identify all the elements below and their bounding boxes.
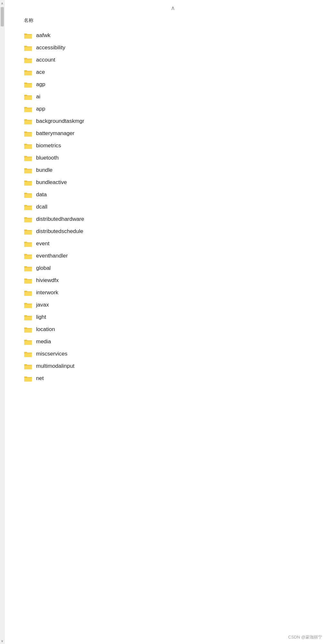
svg-rect-39	[24, 145, 32, 149]
svg-rect-35	[24, 133, 32, 137]
folder-icon	[24, 130, 32, 137]
list-item[interactable]: distributedschedule	[24, 225, 322, 238]
svg-rect-83	[24, 280, 32, 284]
list-item[interactable]: event	[24, 238, 322, 250]
folder-name: light	[36, 314, 46, 320]
folder-name: aafwk	[36, 32, 50, 39]
svg-rect-95	[24, 317, 32, 321]
list-item[interactable]: app	[24, 103, 322, 115]
list-item[interactable]: javax	[24, 299, 322, 311]
folder-icon	[24, 203, 32, 210]
folder-icon	[24, 228, 32, 235]
list-item[interactable]: distributedhardware	[24, 213, 322, 225]
folder-icon	[24, 277, 32, 284]
list-item[interactable]: bluetooth	[24, 152, 322, 164]
list-item[interactable]: miscservices	[24, 348, 322, 360]
column-header-name: 名称	[24, 14, 322, 29]
vertical-scrollbar[interactable]: ∧ ∨	[0, 0, 5, 644]
svg-rect-71	[24, 243, 32, 247]
folder-name: eventhandler	[36, 253, 68, 259]
folder-name: data	[36, 191, 47, 198]
folder-name: bluetooth	[36, 155, 59, 161]
svg-rect-51	[24, 182, 32, 186]
folder-icon	[24, 326, 32, 333]
folder-icon	[24, 69, 32, 76]
folder-icon	[24, 154, 32, 161]
folder-name: account	[36, 57, 55, 63]
folder-icon	[24, 44, 32, 51]
svg-rect-75	[24, 255, 32, 259]
svg-rect-79	[24, 268, 32, 272]
svg-rect-23	[24, 96, 32, 100]
list-item[interactable]: hiviewdfx	[24, 274, 322, 287]
scrollbar-track[interactable]	[1, 7, 4, 637]
folder-name: media	[36, 338, 51, 345]
svg-rect-107	[24, 353, 32, 357]
list-item[interactable]: biometrics	[24, 140, 322, 152]
list-item[interactable]: light	[24, 311, 322, 323]
list-item[interactable]: global	[24, 262, 322, 274]
up-arrow-indicator: ∧	[171, 5, 175, 12]
svg-rect-55	[24, 194, 32, 198]
svg-rect-87	[24, 292, 32, 296]
folder-name: location	[36, 326, 55, 333]
svg-rect-27	[24, 108, 32, 112]
file-explorer-content: ∧ 名称 aafwk	[5, 0, 328, 644]
folder-icon	[24, 105, 32, 112]
folder-icon	[24, 375, 32, 382]
list-item[interactable]: multimodalinput	[24, 360, 322, 372]
folder-name: javax	[36, 302, 49, 308]
folder-name: multimodalinput	[36, 363, 74, 369]
list-item[interactable]: net	[24, 372, 322, 385]
folder-name: global	[36, 265, 51, 271]
scrollbar-thumb[interactable]	[1, 7, 4, 26]
folder-name: biometrics	[36, 142, 61, 149]
folder-name: event	[36, 240, 50, 247]
list-item[interactable]: aafwk	[24, 29, 322, 42]
folder-icon	[24, 240, 32, 247]
list-item[interactable]: dcall	[24, 201, 322, 213]
folder-name: batterymanager	[36, 130, 74, 137]
svg-rect-63	[24, 219, 32, 223]
folder-icon	[24, 81, 32, 88]
folder-name: bundle	[36, 167, 53, 173]
folder-icon	[24, 32, 32, 39]
list-item[interactable]: eventhandler	[24, 250, 322, 262]
folder-icon	[24, 289, 32, 296]
list-item[interactable]: accessibility	[24, 42, 322, 54]
up-arrow-area: ∧	[24, 3, 322, 14]
folder-icon	[24, 350, 32, 357]
list-item[interactable]: backgroundtaskmgr	[24, 115, 322, 127]
list-item[interactable]: location	[24, 323, 322, 336]
svg-rect-59	[24, 206, 32, 210]
list-item[interactable]: interwork	[24, 287, 322, 299]
list-item[interactable]: agp	[24, 78, 322, 91]
list-item[interactable]: bundleactive	[24, 176, 322, 189]
svg-rect-99	[24, 329, 32, 333]
folder-name: dcall	[36, 204, 47, 210]
list-item[interactable]: ace	[24, 66, 322, 78]
folder-list: aafwk accessibility	[24, 29, 322, 385]
scrollbar-arrow-up[interactable]: ∧	[0, 0, 5, 6]
list-item[interactable]: ai	[24, 91, 322, 103]
list-item[interactable]: media	[24, 336, 322, 348]
svg-rect-103	[24, 341, 32, 345]
folder-icon	[24, 142, 32, 149]
svg-rect-115	[24, 378, 32, 382]
svg-rect-31	[24, 121, 32, 125]
list-item[interactable]: account	[24, 54, 322, 66]
folder-name: ai	[36, 93, 40, 100]
svg-rect-7	[24, 47, 32, 51]
list-item[interactable]: batterymanager	[24, 127, 322, 140]
list-item[interactable]: bundle	[24, 164, 322, 176]
folder-name: agp	[36, 81, 45, 88]
scrollbar-arrow-down[interactable]: ∨	[0, 638, 5, 644]
folder-name: miscservices	[36, 351, 67, 357]
folder-name: ace	[36, 69, 45, 75]
list-item[interactable]: data	[24, 189, 322, 201]
svg-rect-91	[24, 304, 32, 308]
svg-rect-11	[24, 59, 32, 63]
folder-name: net	[36, 375, 44, 382]
folder-icon	[24, 301, 32, 308]
svg-rect-3	[24, 35, 32, 39]
